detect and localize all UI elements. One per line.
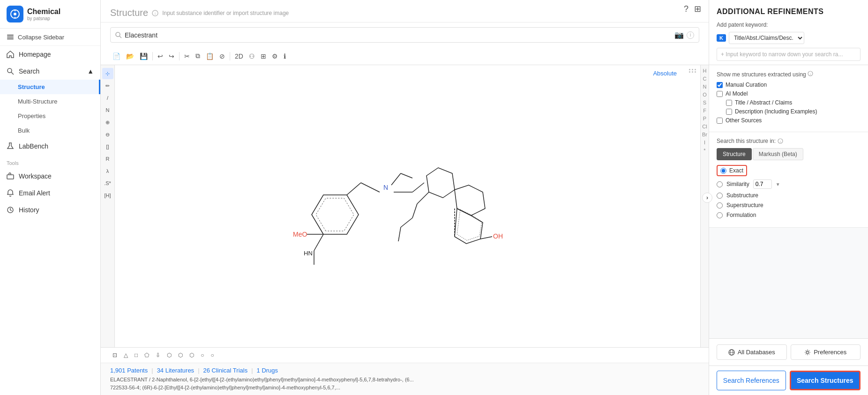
toolbar-info-btn[interactable]: ℹ <box>281 51 288 62</box>
sidebar-sub-item-properties[interactable]: Properties <box>0 109 100 123</box>
select-tool-btn[interactable]: ⊹ <box>102 68 113 79</box>
svg-line-20 <box>314 234 323 251</box>
right-panel: ADDITIONAL REFINEMENTS Add patent keywor… <box>709 0 868 395</box>
element-Cl[interactable]: Cl <box>702 123 707 130</box>
other-sources-checkbox[interactable] <box>717 118 723 124</box>
toolbar-cut-btn[interactable]: ✂ <box>182 51 192 62</box>
element-H[interactable]: H <box>703 67 707 75</box>
toolbar-undo-btn[interactable]: ↩ <box>155 51 165 62</box>
structure-search-input[interactable] <box>125 31 674 39</box>
sidebar-sub-item-multi-structure[interactable]: Multi-Structure <box>0 94 100 109</box>
sidebar-sub-item-structure[interactable]: Structure <box>0 80 100 94</box>
camera-icon[interactable]: 📷 <box>674 30 684 39</box>
element-Br[interactable]: Br <box>702 131 707 138</box>
description-checkbox[interactable] <box>726 109 732 115</box>
panel-collapse-arrow[interactable]: › <box>702 193 712 203</box>
copy-image-btn[interactable]: ⊡ <box>110 350 120 360</box>
search-references-button[interactable]: Search References <box>717 371 786 390</box>
keyword-select[interactable]: Title/Abst./Claims/Desc. <box>729 32 804 44</box>
sidebar-item-history[interactable]: History <box>0 201 100 218</box>
search-in-info-icon[interactable]: i <box>778 138 783 144</box>
hexagon-1-tool-btn[interactable]: ⬡ <box>165 350 174 360</box>
info-circle-icon[interactable]: i <box>687 31 694 39</box>
toolbar-open-btn[interactable]: 📂 <box>124 51 136 62</box>
manual-curation-checkbox[interactable] <box>717 82 723 88</box>
title-abstract-checkbox[interactable] <box>726 100 732 106</box>
sidebar-item-workspace[interactable]: Workspace <box>0 168 100 185</box>
circle-2-tool-btn[interactable]: ○ <box>209 350 217 360</box>
element-N[interactable]: N <box>703 83 707 90</box>
sidebar-item-search[interactable]: Search ▲ <box>0 63 100 80</box>
help-icon[interactable]: ? <box>684 4 688 14</box>
literatures-link[interactable]: 34 Literatures <box>157 367 195 374</box>
app-title: Chemical <box>27 7 60 16</box>
toolbar-paste-btn[interactable]: 📋 <box>203 51 216 62</box>
search-in-tabs: Structure Markush (Beta) <box>717 148 861 160</box>
toolbar-3d-btn[interactable]: ⚇ <box>247 51 257 62</box>
element-O[interactable]: O <box>703 91 707 98</box>
circle-1-tool-btn[interactable]: ○ <box>198 350 206 360</box>
collapse-sidebar-button[interactable]: Collapse Sidebar <box>0 29 100 46</box>
element-C[interactable]: C <box>703 75 707 82</box>
tab-markush[interactable]: Markush (Beta) <box>753 148 803 160</box>
all-databases-button[interactable]: All Databases <box>717 344 787 360</box>
exact-radio[interactable] <box>720 168 726 174</box>
sidebar-sub-item-bulk[interactable]: Bulk <box>0 123 100 138</box>
toolbar-save-btn[interactable]: 💾 <box>137 51 150 62</box>
show-me-info-icon[interactable]: i <box>808 71 813 76</box>
toolbar-erase-btn[interactable]: ⊘ <box>217 51 227 62</box>
formulation-radio[interactable] <box>717 212 723 218</box>
hexagon-2-tool-btn[interactable]: ⬡ <box>176 350 185 360</box>
keyword-text-input[interactable]: + Input keyword to narrow down your sear… <box>717 48 861 61</box>
toolbar-new-btn[interactable]: 📄 <box>110 51 123 62</box>
toolbar-settings-btn[interactable]: ⚙ <box>269 51 280 62</box>
element-star[interactable]: * <box>703 147 705 154</box>
element-I[interactable]: I <box>704 139 705 146</box>
toolbar-align-btn[interactable]: ⊞ <box>258 51 269 62</box>
substructure-label: Substructure <box>726 192 758 199</box>
square-tool-btn[interactable]: □ <box>132 350 140 360</box>
flask-icon <box>7 142 14 150</box>
preferences-button[interactable]: Preferences <box>791 344 861 360</box>
similarity-radio[interactable] <box>717 181 723 187</box>
arrow-tool-btn[interactable]: ⇩ <box>153 350 163 360</box>
hexagon-3-tool-btn[interactable]: ⬡ <box>187 350 196 360</box>
svg-line-23 <box>347 183 361 195</box>
draw-tool-btn[interactable]: ✏ <box>102 80 113 91</box>
h-tool-btn[interactable]: [H] <box>102 190 113 201</box>
grid-icon[interactable]: ⊞ <box>694 4 701 14</box>
element-tool-btn[interactable]: N <box>102 104 113 116</box>
superstructure-radio[interactable] <box>717 202 723 209</box>
zoom-in-btn[interactable]: ⊕ <box>102 117 113 128</box>
bracket-tool-btn[interactable]: [] <box>102 141 113 152</box>
drugs-link[interactable]: 1 Drugs <box>257 367 278 374</box>
search-structures-button[interactable]: Search Structures <box>790 371 861 390</box>
pentagon-tool-btn[interactable]: ⬠ <box>142 350 151 360</box>
element-F[interactable]: F <box>703 107 706 114</box>
gear-icon <box>804 349 811 356</box>
element-P[interactable]: P <box>703 115 706 122</box>
toolbar-2d-btn[interactable]: 2D <box>232 51 246 62</box>
clinical-trials-link[interactable]: 26 Clinical Trials <box>203 367 248 374</box>
molecule-canvas[interactable]: Absolute MeO HN N <box>115 65 700 347</box>
patents-link[interactable]: 1,901 Patents <box>110 367 148 374</box>
substructure-radio[interactable] <box>717 193 723 199</box>
svg-line-27 <box>401 173 412 178</box>
toolbar-copy-btn[interactable]: ⧉ <box>193 50 202 62</box>
triangle-tool-btn[interactable]: △ <box>121 350 130 360</box>
similarity-value-input[interactable] <box>753 179 772 189</box>
zoom-out-btn[interactable]: ⊖ <box>102 129 113 140</box>
s-star-tool-btn[interactable]: .S* <box>102 178 113 189</box>
lambda-tool-btn[interactable]: λ <box>102 165 113 177</box>
tab-structure[interactable]: Structure <box>717 148 752 160</box>
sidebar-item-labbench[interactable]: LabBench <box>0 138 100 155</box>
ai-model-checkbox[interactable] <box>717 91 723 97</box>
r-tool-btn[interactable]: R <box>102 153 113 164</box>
sidebar-item-homepage[interactable]: Homepage <box>0 46 100 63</box>
line-tool-btn[interactable]: / <box>102 92 113 104</box>
element-S[interactable]: S <box>703 99 706 106</box>
toolbar-redo-btn[interactable]: ↪ <box>166 51 177 62</box>
sidebar-item-email-alert[interactable]: Email Alert <box>0 185 100 201</box>
similarity-dropdown-icon[interactable]: ▼ <box>776 182 780 187</box>
history-label: History <box>19 206 39 214</box>
